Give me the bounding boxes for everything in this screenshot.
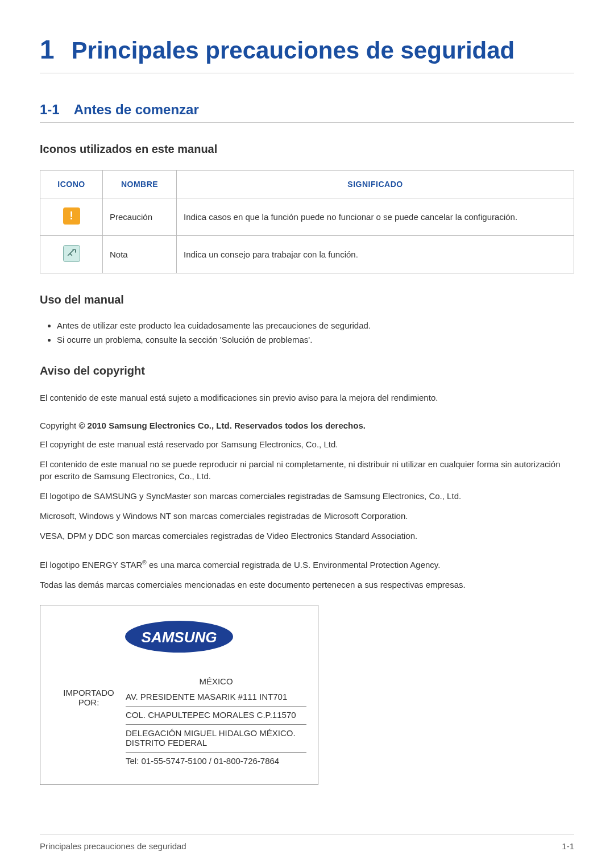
icons-heading: Iconos utilizados en este manual (40, 143, 574, 156)
footer-right: 1-1 (562, 841, 574, 851)
row-meaning: Indica un consejo para trabajar con la f… (177, 236, 574, 273)
note-icon (63, 245, 80, 262)
energy-star-para: El logotipo ENERGY STAR® es una marca co… (40, 559, 574, 571)
import-country: MÉXICO (126, 676, 306, 686)
import-line: AV. PRESIDENTE MASARIK #111 INT701 (126, 688, 306, 707)
copyright-prefix: Copyright (40, 421, 78, 430)
import-box: SAMSUNG IMPORTADO POR: MÉXICO AV. PRESID… (40, 605, 318, 785)
copyright-para: Microsoft, Windows y Windows NT son marc… (40, 510, 574, 522)
caution-icon-cell (40, 198, 103, 236)
list-item: Antes de utilizar este producto lea cuid… (57, 321, 574, 330)
subsection-text: Antes de comenzar (74, 102, 199, 118)
list-item: Si ocurre un problema, consulte la secci… (57, 335, 574, 344)
copyright-bold: © 2010 Samsung Electronics Co., Ltd. Res… (78, 421, 366, 430)
samsung-logo: SAMSUNG (122, 620, 236, 654)
subsection-number: 1-1 (40, 102, 60, 118)
energy-star-pre: El logotipo ENERGY STAR (40, 560, 142, 570)
usage-heading: Uso del manual (40, 293, 574, 306)
row-name: Precaución (103, 198, 177, 236)
import-row: IMPORTADO POR: MÉXICO AV. PRESIDENTE MAS… (52, 676, 306, 770)
footer-left: Principales precauciones de seguridad (40, 841, 186, 851)
caution-icon (63, 207, 80, 225)
col-icon: ICONO (40, 171, 103, 198)
registered-sup: ® (142, 559, 146, 566)
copyright-para: VESA, DPM y DDC son marcas comerciales r… (40, 530, 574, 542)
import-line: DELEGACIÓN MIGUEL HIDALGO MÉXICO. DISTRI… (126, 725, 306, 753)
chapter-text: Principales precauciones de seguridad (72, 37, 515, 64)
icon-table: ICONO NOMBRE SIGNIFICADO Precaución Indi… (40, 170, 574, 273)
subsection-heading: 1-1 Antes de comenzar (40, 102, 574, 123)
col-meaning: SIGNIFICADO (177, 171, 574, 198)
row-name: Nota (103, 236, 177, 273)
import-label: IMPORTADO POR: (52, 676, 126, 770)
copyright-para: El logotipo de SAMSUNG y SyncMaster son … (40, 490, 574, 502)
table-row: Precaución Indica casos en que la funció… (40, 198, 574, 236)
col-name: NOMBRE (103, 171, 177, 198)
copyright-intro: El contenido de este manual está sujeto … (40, 392, 574, 404)
copyright-line: Copyright © 2010 Samsung Electronics Co.… (40, 421, 574, 430)
note-icon-cell (40, 236, 103, 273)
copyright-para: El copyright de este manual está reserva… (40, 438, 574, 450)
import-line: Tel: 01-55-5747-5100 / 01-800-726-7864 (126, 753, 306, 770)
table-row: Nota Indica un consejo para trabajar con… (40, 236, 574, 273)
copyright-para: El contenido de este manual no se puede … (40, 458, 574, 482)
chapter-title: 1 Principales precauciones de seguridad (40, 34, 574, 73)
footer: Principales precauciones de seguridad 1-… (40, 834, 574, 851)
trademarks-other: Todas las demás marcas comerciales menci… (40, 579, 574, 591)
import-content: MÉXICO AV. PRESIDENTE MASARIK #111 INT70… (126, 676, 306, 770)
import-line: COL. CHAPULTEPEC MORALES C.P.11570 (126, 707, 306, 725)
chapter-number: 1 (40, 34, 55, 65)
energy-star-post: es una marca comercial registrada de U.S… (147, 560, 441, 570)
svg-text:SAMSUNG: SAMSUNG (142, 629, 217, 646)
copyright-heading: Aviso del copyright (40, 364, 574, 377)
usage-list: Antes de utilizar este producto lea cuid… (40, 321, 574, 344)
row-meaning: Indica casos en que la función puede no … (177, 198, 574, 236)
